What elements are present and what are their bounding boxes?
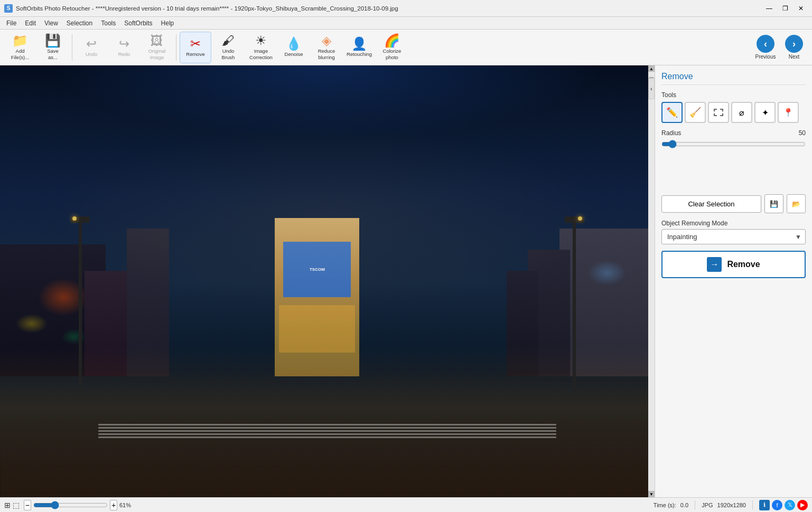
title-text: SoftOrbits Photo Retoucher - ****Unregis…: [16, 5, 762, 12]
denoise-button[interactable]: 💧 Denoise: [278, 32, 310, 63]
add-files-icon: 📁: [12, 34, 28, 47]
eraser-tool-button[interactable]: 🧹: [685, 102, 706, 123]
denoise-label: Denoise: [285, 51, 303, 57]
separator-1: [72, 34, 72, 61]
next-icon: ›: [785, 35, 803, 53]
remove-tool-button[interactable]: ✂ Remove: [180, 32, 211, 63]
right-panel: ‹ Remove Tools ✏️ 🧹 ⌀: [655, 65, 812, 497]
mode-section: Object Removing Mode Inpainting Content …: [661, 220, 806, 244]
radius-label: Radius: [661, 129, 681, 137]
colorize-photo-icon: 🌈: [384, 34, 400, 47]
spacer: [661, 156, 806, 188]
menu-help[interactable]: Help: [157, 18, 179, 28]
menu-view[interactable]: View: [40, 18, 62, 28]
radius-slider[interactable]: [661, 140, 806, 148]
menu-edit[interactable]: Edit: [21, 18, 40, 28]
info-button[interactable]: ℹ: [759, 500, 770, 510]
undo-brush-button[interactable]: 🖌 Undo Brush: [212, 32, 244, 63]
tools-section: Tools ✏️ 🧹 ⌀ ✦: [661, 91, 806, 123]
menu-softorbits[interactable]: SoftOrbits: [120, 18, 156, 28]
mode-dropdown-wrapper: Inpainting Content Aware Fill Simple Fil…: [661, 229, 806, 244]
zoom-value: 61%: [119, 502, 138, 508]
brush-icon: ✏️: [666, 107, 678, 118]
previous-button[interactable]: ‹ Previous: [752, 32, 779, 63]
toolbar: 📁 Add File(s)... 💾 Save as... ↩ Undo ↪ R…: [0, 30, 812, 65]
remove-button[interactable]: → Remove: [661, 251, 806, 278]
undo-button[interactable]: ↩ Undo: [76, 32, 107, 63]
redo-button[interactable]: ↪ Redo: [108, 32, 140, 63]
eraser-icon: 🧹: [689, 107, 701, 118]
youtube-button[interactable]: ▶: [797, 500, 808, 510]
maximize-button[interactable]: ❐: [778, 3, 792, 14]
close-button[interactable]: ✕: [794, 3, 808, 14]
zoom-out-button[interactable]: −: [24, 500, 31, 510]
zebra-crossing: [98, 424, 556, 476]
scroll-track[interactable]: [648, 72, 655, 491]
status-separator-2: [752, 500, 753, 510]
image-correction-button[interactable]: ☀ Image Correction: [245, 32, 277, 63]
reduce-blurring-button[interactable]: ◈ Reduce blurring: [311, 32, 342, 63]
menu-selection[interactable]: Selection: [62, 18, 97, 28]
undo-brush-label: Undo Brush: [222, 48, 235, 60]
minimize-button[interactable]: —: [762, 3, 776, 14]
scroll-down-button[interactable]: ▼: [648, 491, 655, 497]
image-format: JPG: [702, 502, 713, 508]
rect-select-button[interactable]: [708, 102, 729, 123]
fit-view-icon[interactable]: ⊞: [4, 501, 11, 509]
scroll-up-button[interactable]: ▲: [648, 65, 655, 72]
vertical-scrollbar[interactable]: ▲ ▼: [648, 65, 655, 497]
radius-section: Radius 50: [661, 129, 806, 150]
redo-label: Redo: [118, 51, 130, 57]
remove-button-label: Remove: [727, 260, 760, 269]
clear-selection-row: Clear Selection 💾 📂: [661, 194, 806, 213]
menu-tools[interactable]: Tools: [97, 18, 120, 28]
colorize-photo-button[interactable]: 🌈 Colorize photo: [376, 32, 408, 63]
mode-dropdown[interactable]: Inpainting Content Aware Fill Simple Fil…: [661, 229, 806, 244]
pin-tool-button[interactable]: 📍: [778, 102, 799, 123]
tools-row: ✏️ 🧹 ⌀ ✦ 📍: [661, 102, 806, 123]
panel-title: Remove: [661, 72, 806, 85]
window-controls: — ❐ ✕: [762, 3, 808, 14]
denoise-icon: 💧: [286, 37, 302, 50]
undo-label: Undo: [86, 51, 98, 57]
actual-size-icon[interactable]: ⬚: [13, 501, 20, 509]
save-as-label: Save as...: [47, 48, 59, 60]
add-files-label: Add File(s)...: [11, 48, 29, 60]
colorize-photo-label: Colorize photo: [383, 48, 402, 60]
image-dimensions: 1920x1280: [717, 502, 746, 508]
facebook-button[interactable]: f: [772, 500, 782, 510]
zoom-in-button[interactable]: +: [110, 500, 117, 510]
statusbar: ⊞ ⬚ − + 61% Time (s): 0.0 JPG 1920x1280 …: [0, 497, 812, 512]
original-image-button[interactable]: 🖼 Original Image: [141, 32, 173, 63]
previous-icon: ‹: [757, 35, 774, 53]
brush-tool-button[interactable]: ✏️: [661, 102, 683, 123]
next-label: Next: [789, 54, 800, 60]
magic-wand-icon: ✦: [762, 108, 769, 118]
separator-2: [176, 34, 176, 61]
load-selection-button[interactable]: 📂: [787, 194, 806, 213]
add-files-button[interactable]: 📁 Add File(s)...: [4, 32, 36, 63]
save-as-button[interactable]: 💾 Save as...: [37, 32, 69, 63]
pin-icon: 📍: [783, 108, 794, 118]
twitter-button[interactable]: 𝕏: [785, 500, 795, 510]
zoom-control: − + 61%: [24, 500, 138, 510]
status-separator: [695, 500, 695, 510]
retouching-icon: 👤: [351, 37, 367, 50]
time-label: Time (s):: [654, 502, 676, 508]
magic-wand-button[interactable]: ✦: [754, 102, 776, 123]
canvas-area[interactable]: TSCOM: [0, 65, 655, 497]
zoom-slider[interactable]: [33, 501, 108, 509]
next-button[interactable]: › Next: [780, 32, 808, 63]
titlebar: S SoftOrbits Photo Retoucher - ****Unreg…: [0, 0, 812, 17]
save-selection-button[interactable]: 💾: [764, 194, 783, 213]
lasso-tool-button[interactable]: ⌀: [731, 102, 752, 123]
clear-selection-button[interactable]: Clear Selection: [661, 195, 761, 213]
previous-label: Previous: [755, 54, 776, 60]
menu-file[interactable]: File: [2, 18, 21, 28]
original-image-label: Original Image: [148, 48, 166, 60]
retouching-button[interactable]: 👤 Retouching: [343, 32, 375, 63]
image-correction-icon: ☀: [255, 34, 267, 47]
load-selection-icon: 📂: [792, 200, 800, 208]
redo-icon: ↪: [119, 37, 129, 50]
remove-tool-icon: ✂: [190, 37, 201, 50]
